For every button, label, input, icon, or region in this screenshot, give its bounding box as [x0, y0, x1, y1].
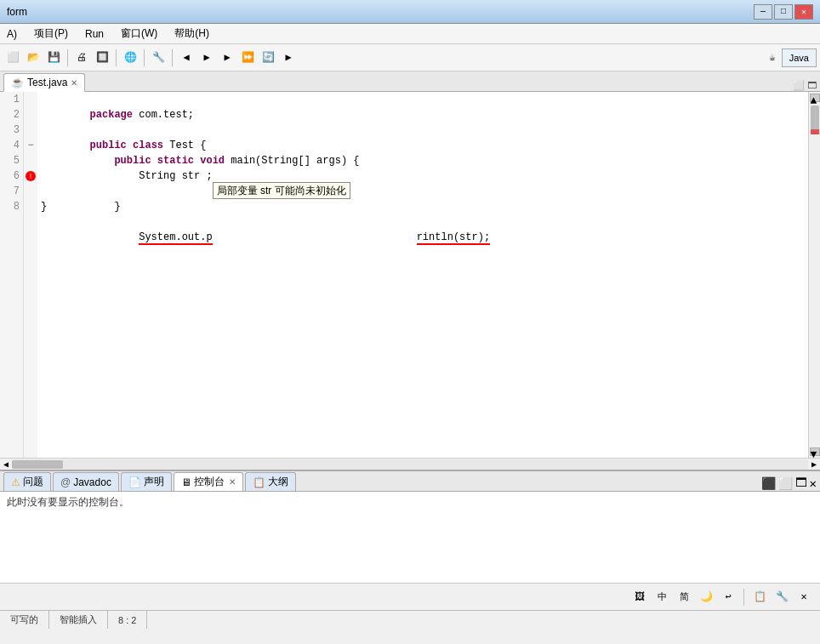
- gutter-collapse[interactable]: −: [24, 138, 37, 153]
- code-line-8: }: [41, 199, 805, 214]
- line-num-6: 6: [0, 168, 23, 184]
- toolbar-open[interactable]: 📂: [24, 48, 43, 67]
- toolbar-debug[interactable]: 🔧: [149, 48, 168, 67]
- gutter-1: [24, 92, 37, 107]
- bt-icon-jian[interactable]: 简: [675, 588, 693, 607]
- bottom-tab-console[interactable]: 🖥 控制台 ✕: [174, 472, 243, 491]
- line-num-7: 7: [0, 184, 23, 199]
- scroll-up-arrow[interactable]: ▲: [810, 94, 820, 102]
- bottom-toolbar: 🖼 中 简 🌙 ↩ 📋 🔧 ✕: [0, 583, 820, 610]
- bt-icon-return[interactable]: ↩: [719, 588, 737, 607]
- tab-label: Test.java: [27, 77, 67, 88]
- line-num-1: 1: [0, 92, 23, 107]
- outline-icon: 📋: [253, 476, 265, 488]
- action-icon-1[interactable]: ⬛: [761, 476, 776, 491]
- toolbar-fwd1[interactable]: ▶: [197, 48, 216, 67]
- bt-icon-zhong[interactable]: 中: [652, 588, 671, 607]
- editor-tab-testjava[interactable]: ☕ Test.java ✕: [3, 73, 85, 92]
- bt-icon-tool[interactable]: 🔧: [772, 588, 791, 607]
- tab-icon: ☕: [11, 77, 24, 88]
- toolbar-refresh[interactable]: 🔄: [259, 48, 277, 67]
- line-num-8: 8: [0, 199, 23, 214]
- menu-item-project[interactable]: 项目(P): [31, 25, 71, 43]
- declaration-icon: 📄: [128, 476, 141, 488]
- gutter-3: [24, 123, 37, 138]
- gutter-8: [24, 199, 37, 214]
- scroll-thumb[interactable]: [811, 105, 819, 131]
- editor-container: ☕ Test.java ✕ ⬜ 🗖 1 2 3 4 5 6 7 8 −: [0, 71, 820, 470]
- gutter-5: [24, 153, 37, 168]
- window-controls: — □ ✕: [754, 4, 813, 20]
- status-position: 8 : 2: [108, 611, 147, 629]
- javadoc-label: Javadoc: [73, 476, 111, 488]
- toolbar-fwd3[interactable]: ⏩: [238, 48, 257, 67]
- bt-icon-clipboard[interactable]: 📋: [750, 588, 769, 607]
- toolbar-new[interactable]: ⬜: [3, 48, 22, 67]
- toolbar-sep1: [67, 49, 68, 66]
- toolbar-print[interactable]: 🖨: [72, 48, 91, 67]
- action-icon-3[interactable]: 🗖: [795, 476, 807, 491]
- action-icon-2[interactable]: ⬜: [778, 476, 793, 491]
- console-label: 控制台: [194, 475, 225, 489]
- status-bar: 可写的 智能插入 8 : 2: [0, 610, 820, 629]
- scroll-down-arrow[interactable]: ▼: [810, 447, 820, 456]
- bottom-tab-outline[interactable]: 📋 大纲: [245, 472, 296, 491]
- console-close[interactable]: ✕: [229, 477, 236, 487]
- bottom-tab-actions: ⬛ ⬜ 🗖 ✕: [761, 475, 820, 491]
- menu-item-window[interactable]: 窗口(W): [117, 25, 161, 43]
- perspective-label: Java: [789, 53, 809, 63]
- hscroll-track: [12, 459, 808, 470]
- bottom-tab-declaration[interactable]: 📄 声明: [121, 472, 172, 491]
- gutter-error: !: [24, 168, 37, 184]
- hscroll-left[interactable]: ◀: [0, 459, 12, 470]
- line-num-4: 4: [0, 138, 23, 153]
- toolbar-save[interactable]: 💾: [44, 48, 63, 67]
- toolbar-sep2: [116, 49, 117, 66]
- bt-icon1[interactable]: 🖼: [630, 588, 649, 607]
- console-icon: 🖥: [181, 476, 191, 488]
- editor-tab-bar: ☕ Test.java ✕ ⬜ 🗖: [0, 71, 820, 92]
- bottom-panel: ⚠ 问题 @ Javadoc 📄 声明 🖥 控制台 ✕ 📋 大纲 ⬛ ⬜ 🗖 ✕…: [0, 470, 820, 610]
- toolbar-back[interactable]: ◀: [177, 48, 196, 67]
- bt-icon-x[interactable]: ✕: [794, 588, 813, 607]
- close-button[interactable]: ✕: [794, 4, 813, 20]
- tab-close-button[interactable]: ✕: [71, 78, 77, 88]
- bottom-tab-javadoc[interactable]: @ Javadoc: [53, 472, 119, 491]
- line-num-3: 3: [0, 123, 23, 138]
- javadoc-icon: @: [60, 476, 71, 488]
- app-title: form: [7, 6, 27, 18]
- code-content[interactable]: package com.test; public class Test { pu…: [37, 92, 808, 458]
- action-icon-4[interactable]: ✕: [810, 476, 817, 491]
- toolbar-web[interactable]: 🌐: [121, 48, 140, 67]
- code-line-1: package com.test;: [41, 92, 805, 107]
- toolbar: ⬜ 📂 💾 🖨 🔲 🌐 🔧 ◀ ▶ ▶ ⏩ 🔄 ▶ ☕ Java: [0, 44, 820, 71]
- problems-icon: ⚠: [11, 476, 20, 488]
- minimize-button[interactable]: —: [754, 4, 772, 20]
- hscroll-thumb[interactable]: [12, 460, 63, 469]
- menu-item-a[interactable]: A): [3, 26, 20, 42]
- tab-max-icon[interactable]: 🗖: [807, 80, 817, 91]
- problems-label: 问题: [23, 475, 43, 489]
- title-bar: form — □ ✕: [0, 0, 820, 24]
- maximize-button[interactable]: □: [774, 4, 793, 20]
- gutter-2: [24, 107, 37, 123]
- line-num-5: 5: [0, 153, 23, 168]
- menu-item-run[interactable]: Run: [82, 26, 107, 42]
- vertical-scrollbar[interactable]: ▲ ▼: [808, 92, 820, 458]
- toolbar-fwd2[interactable]: ▶: [218, 48, 236, 67]
- line-numbers: 1 2 3 4 5 6 7 8: [0, 92, 24, 458]
- hscroll-right[interactable]: ▶: [808, 459, 820, 470]
- menu-item-help[interactable]: 帮助(H): [171, 25, 213, 43]
- tab-min-icon[interactable]: ⬜: [793, 80, 805, 91]
- status-smart-insert: 智能插入: [49, 611, 108, 629]
- toolbar-right: ☕ Java: [763, 48, 817, 67]
- toolbar-icon2[interactable]: 🔲: [93, 48, 111, 67]
- bt-icon-moon[interactable]: 🌙: [697, 588, 715, 607]
- perspective-java[interactable]: Java: [782, 48, 817, 67]
- bottom-tab-problems[interactable]: ⚠ 问题: [3, 472, 51, 491]
- horizontal-scrollbar[interactable]: ◀ ▶: [0, 458, 820, 470]
- error-marker-scroll: [811, 129, 819, 134]
- toolbar-run[interactable]: ▶: [279, 48, 298, 67]
- tab-maximize-controls: ⬜ 🗖: [793, 78, 820, 91]
- code-editor[interactable]: 1 2 3 4 5 6 7 8 − ! package com.te: [0, 92, 820, 458]
